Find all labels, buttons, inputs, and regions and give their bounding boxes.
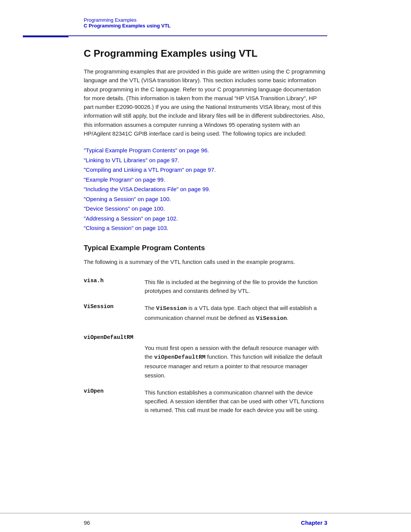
definitions-table: visa.h This file is included at the begi… <box>84 275 327 420</box>
toc-link-8[interactable]: "Addressing a Session" on page 102. <box>84 214 327 224</box>
toc-link-9[interactable]: "Closing a Session" on page 103. <box>84 223 327 233</box>
term-visession: ViSession <box>84 300 145 328</box>
term-viopendefaultrm-spacer <box>84 343 145 385</box>
toc-link-7[interactable]: "Device Sessions" on page 100. <box>84 204 327 214</box>
def-row-viopendefaultrm-desc: You must first open a session with the d… <box>84 343 327 385</box>
header-rule <box>23 35 327 36</box>
desc-viopen: This function establishes a communicatio… <box>145 385 327 420</box>
toc-link-5[interactable]: "Including the VISA Declarations File" o… <box>84 184 327 194</box>
def-row-viopendefaultrm: viOpenDefaultRM <box>84 328 327 343</box>
section-title: Typical Example Program Contents <box>84 244 327 252</box>
desc-visession: The ViSession is a VTL data type. Each o… <box>145 300 327 328</box>
breadcrumb-parent[interactable]: Programming Examples <box>84 17 327 23</box>
chapter-title: C Programming Examples using VTL <box>84 48 327 59</box>
toc-link-4[interactable]: "Example Program" on page 99. <box>84 175 327 185</box>
page-footer: 96 Chapter 3 <box>0 513 411 532</box>
def-row-visah: visa.h This file is included at the begi… <box>84 275 327 301</box>
toc-link-6[interactable]: "Opening a Session" on page 100. <box>84 194 327 204</box>
def-row-visession: ViSession The ViSession is a VTL data ty… <box>84 300 327 328</box>
desc-viopendefaultrm: You must first open a session with the d… <box>145 343 327 385</box>
page-container: Programming Examples C Programming Examp… <box>0 0 411 532</box>
footer-page-number: 96 <box>84 519 90 526</box>
toc-link-3[interactable]: "Compiling and Linking a VTL Program" on… <box>84 165 327 175</box>
main-content: C Programming Examples using VTL The pro… <box>0 36 411 447</box>
left-blue-bar <box>23 35 68 37</box>
footer-chapter-label: Chapter 3 <box>301 519 327 526</box>
def-row-viopen: viOpen This function establishes a commu… <box>84 385 327 420</box>
toc-links: "Typical Example Program Contents" on pa… <box>84 145 327 233</box>
breadcrumb: Programming Examples C Programming Examp… <box>0 0 411 32</box>
term-viopen: viOpen <box>84 385 145 420</box>
intro-paragraph: The programming examples that are provid… <box>84 67 327 138</box>
term-viopendefaultrm: viOpenDefaultRM <box>84 331 327 342</box>
toc-link-1[interactable]: "Typical Example Program Contents" on pa… <box>84 145 327 155</box>
term-visah: visa.h <box>84 275 145 301</box>
breadcrumb-current[interactable]: C Programming Examples using VTL <box>84 23 327 29</box>
toc-link-2[interactable]: "Linking to VTL Libraries" on page 97. <box>84 155 327 165</box>
section-intro: The following is a summary of the VTL fu… <box>84 257 327 266</box>
desc-visah: This file is included at the beginning o… <box>145 275 327 301</box>
